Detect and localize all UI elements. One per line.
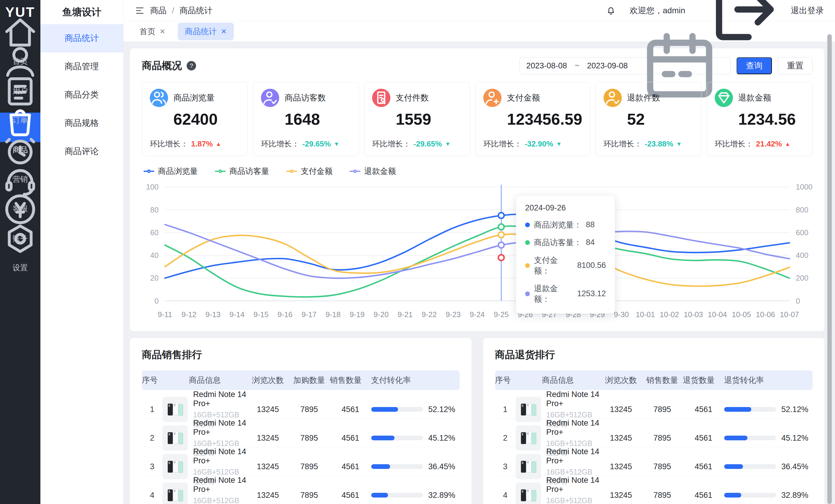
legend-item[interactable]: 退款金额 [350, 166, 396, 176]
table-row: 3 Redmi Note 14 Pro+ 16GB+512GB 星沙青 1324… [495, 447, 813, 476]
submenu-item-label: 商品评论 [65, 146, 99, 158]
submenu-item-label: 商品管理 [65, 61, 99, 72]
stat-card-value: 62400 [174, 110, 240, 128]
overview-header: 商品概况 ? 2023-08-08 ~ 2023-09-08 查询 重置 [142, 57, 813, 74]
date-range-picker[interactable]: 2023-08-08 ~ 2023-09-08 [520, 57, 731, 74]
svg-text:0: 0 [155, 297, 159, 305]
svg-text:200: 200 [796, 274, 809, 282]
row-index: 3 [142, 462, 162, 471]
growth-arrow-icon: ▼ [334, 141, 339, 147]
svg-text:60: 60 [150, 228, 159, 237]
svg-text:0: 0 [796, 297, 800, 305]
stat-card-growth: 环比增长： -29.65% ▼ [372, 139, 462, 149]
column-header: 商品信息 [516, 375, 600, 385]
product-spec: 16GB+512GB 星沙青 [546, 496, 600, 504]
svg-text:1000: 1000 [796, 183, 813, 191]
conversion-rate: 32.89% [428, 491, 455, 500]
svg-text:9-22: 9-22 [422, 310, 437, 319]
legend-label: 商品浏览量 [158, 166, 198, 176]
growth-arrow-icon: ▼ [556, 141, 562, 147]
row-index: 3 [495, 462, 516, 471]
svg-text:9-25: 9-25 [493, 310, 509, 319]
column-header: 支付转化率 [371, 375, 460, 385]
reset-button[interactable]: 重置 [778, 57, 813, 74]
conversion-rate: 52.12% [781, 405, 809, 414]
breadcrumb-separator: / [172, 6, 174, 15]
tab-close-icon[interactable]: ✕ [160, 27, 165, 36]
page-scrollbar-thumb[interactable] [827, 34, 832, 504]
date-end: 2023-09-08 [587, 61, 628, 70]
tooltip-item: 商品浏览量： 88 [525, 219, 606, 230]
tooltip-series-value: 84 [586, 238, 595, 247]
submenu-list: 商品统计 商品管理 商品分类 商品规格 商品评论 [40, 24, 123, 166]
submenu-item[interactable]: 商品统计 [40, 24, 123, 52]
sidebar-nav-item[interactable]: 设置 [0, 230, 40, 260]
product-image [516, 482, 541, 504]
stat-card-label: 退款金额 [738, 92, 771, 103]
svg-text:10-04: 10-04 [708, 310, 727, 319]
column-header: 浏览次数 [247, 375, 289, 385]
stat-card-icon [150, 89, 168, 107]
growth-value: 1.87% [191, 140, 213, 149]
svg-text:10-02: 10-02 [660, 310, 679, 319]
legend-item[interactable]: 商品浏览量 [144, 166, 198, 176]
svg-text:100: 100 [146, 183, 159, 191]
table-row: 4 Redmi Note 14 Pro+ 16GB+512GB 星沙青 1324… [495, 476, 813, 504]
column-header: 销售数量 [641, 375, 683, 385]
svg-text:600: 600 [796, 228, 809, 237]
submenu-item[interactable]: 商品管理 [40, 52, 123, 81]
notifications-bell-icon[interactable] [606, 5, 616, 16]
stat-card-growth: 环比增长： -32.90% ▼ [483, 139, 582, 149]
tooltip-series-dot [525, 263, 530, 268]
svg-text:400: 400 [796, 251, 809, 259]
ranking-section: 商品销售排行 序号商品信息浏览次数加购数量销售数量支付转化率 1 Redmi N… [130, 338, 824, 504]
chart-legend: 商品浏览量 商品访客量 支付金额 退款金额 [144, 166, 813, 176]
stat-card-label: 商品访客数 [285, 92, 326, 103]
chart-tooltip: 2024-09-26 商品浏览量： 88 商品访客 [516, 195, 615, 314]
primary-sidebar: YUT 首页 用户 订单 商品 营销 [0, 0, 40, 504]
svg-text:9-24: 9-24 [470, 310, 485, 319]
query-button[interactable]: 查询 [736, 57, 772, 74]
conversion-rate: 45.12% [781, 434, 809, 443]
submenu-item[interactable]: 商品评论 [40, 138, 123, 166]
dashboard-page: { "brand": { "logo": "YUT" }, "rail": { … [0, 0, 835, 504]
stat-card-label: 退款件数 [627, 92, 660, 103]
returns-count: 4561 [683, 405, 724, 414]
breadcrumb-root[interactable]: 商品 [150, 5, 167, 16]
growth-value: -32.90% [525, 140, 553, 149]
stat-card: 退款件数 52 环比增长： -23.88% ▼ [596, 82, 701, 156]
submenu-item[interactable]: 商品分类 [40, 81, 123, 109]
conversion-rate: 32.89% [781, 491, 809, 500]
tooltip-series-value: 8100.56 [577, 261, 606, 270]
row-index: 2 [142, 434, 162, 443]
legend-marker-icon [350, 169, 360, 173]
submenu-item-label: 商品分类 [65, 89, 99, 101]
stat-card-value: 1648 [285, 110, 351, 128]
trend-chart[interactable]: 002020040400606008080010010009-119-129-1… [142, 180, 813, 324]
submenu-item[interactable]: 商品规格 [40, 109, 123, 138]
main-area: 商品 / 商品统计 欢迎您，admin 退出登录 首页 ✕ 商品统计 ✕ [124, 0, 835, 504]
product-spec: 16GB+512GB 星沙青 [193, 496, 247, 504]
help-icon[interactable]: ? [187, 61, 196, 70]
product-image [162, 482, 188, 504]
growth-value: -29.65% [413, 140, 442, 149]
legend-item[interactable]: 支付金额 [286, 166, 332, 176]
date-separator: ~ [575, 61, 579, 70]
sales-table-header: 序号商品信息浏览次数加购数量销售数量支付转化率 [142, 371, 460, 390]
column-header: 商品信息 [162, 375, 247, 385]
tab-close-icon[interactable]: ✕ [221, 27, 227, 36]
svg-text:9-21: 9-21 [398, 310, 413, 319]
nav-label: 设置 [13, 262, 28, 273]
legend-label: 退款金额 [364, 166, 396, 176]
column-header: 浏览次数 [600, 375, 641, 385]
svg-text:9-19: 9-19 [350, 310, 365, 319]
tooltip-item: 退款金额： 1253.12 [525, 283, 606, 304]
stat-card-value: 52 [627, 110, 693, 128]
page-tab[interactable]: 首页 ✕ [133, 23, 172, 40]
page-tab[interactable]: 商品统计 ✕ [178, 23, 234, 40]
table-row: 3 Redmi Note 14 Pro+ 16GB+512GB 星沙青 1324… [142, 447, 460, 476]
primary-nav: 首页 用户 订单 商品 营销 客服 [0, 24, 40, 260]
stat-card-icon [261, 89, 279, 107]
collapse-menu-icon[interactable] [135, 6, 145, 16]
legend-item[interactable]: 商品访客量 [215, 166, 269, 176]
